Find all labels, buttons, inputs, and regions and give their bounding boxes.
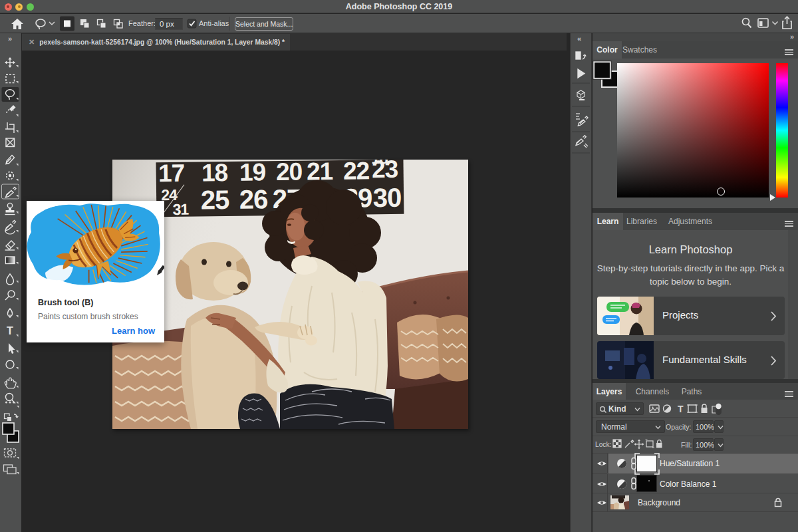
svg-text:19: 19 [239,160,266,186]
svg-text:T: T [7,325,13,336]
svg-text:20: 20 [276,160,303,186]
svg-text:17: 17 [158,160,185,187]
svg-text:26: 26 [239,184,268,214]
svg-text:22: 22 [343,160,370,185]
svg-text:18: 18 [201,160,228,186]
svg-text:T: T [678,404,684,414]
svg-text:»: » [8,35,12,43]
svg-text:18: 18 [371,160,388,167]
svg-text:30: 30 [373,183,402,213]
svg-text:31: 31 [172,201,189,218]
svg-text:«: « [577,35,581,43]
svg-text:25: 25 [201,185,230,215]
